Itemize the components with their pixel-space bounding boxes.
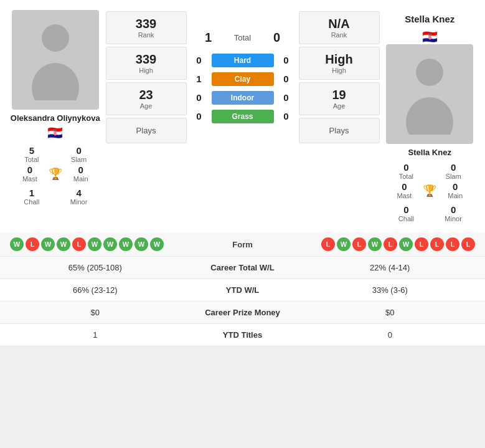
player1-name: Oleksandra Oliynykova [11, 113, 100, 123]
player1-minor: 4 [76, 188, 81, 198]
player2-card: Stella Knez 🇭🇷 Stella Knez 0 Total 0 Sla… [380, 10, 481, 222]
data-row-left-3: 1 [10, 330, 181, 340]
player2-mast: 0 [402, 181, 407, 192]
age-box-left: 23 Age [106, 82, 187, 115]
high-value-left: 339 [116, 52, 176, 67]
player2-slam-label: Slam [446, 173, 461, 180]
data-row-right-2: $0 [305, 308, 476, 317]
indoor-badge: Indoor [212, 91, 274, 105]
hard-right: 0 [279, 55, 294, 65]
court-section: 1 Total 0 0 Hard 0 1 Clay 0 0 Indoor 0 0 [187, 10, 299, 145]
total-row: 1 Total 0 [192, 31, 294, 45]
player1-trophy-icon: 🏆 [49, 167, 62, 181]
player2-chall: 0 [403, 204, 408, 215]
grass-badge: Grass [212, 110, 274, 123]
rank-label-right: Rank [309, 31, 369, 39]
form-badge-p1: W [150, 237, 164, 251]
player2-minor: 0 [451, 204, 456, 215]
player1-minor-label: Minor [70, 198, 88, 206]
age-box-right: 19 Age [299, 82, 380, 115]
svg-point-2 [416, 59, 443, 86]
total-label: Total [221, 33, 265, 42]
form-badge-p2: L [446, 237, 459, 251]
form-badge-p1: W [41, 237, 55, 251]
player2-name: Stella Knez [405, 14, 454, 24]
left-stats-column: 339 Rank 339 High 23 Age Plays [106, 10, 187, 145]
player2-stats: 0 Total 0 Slam [380, 162, 481, 180]
rank-label-left: Rank [116, 31, 176, 39]
player1-total-label: Total [24, 156, 39, 163]
form-badge-p1: W [57, 237, 70, 251]
hard-badge: Hard [212, 54, 274, 67]
form-badge-p1: W [134, 237, 148, 251]
rank-box-right: N/A Rank [299, 11, 380, 44]
player2-trophy-icon: 🏆 [423, 184, 436, 198]
player1-trophy-row: 0 Mast 🏆 0 Main [22, 164, 88, 183]
form-badge-p2: L [461, 237, 475, 251]
clay-right: 0 [279, 74, 294, 84]
high-box-right: High High [299, 47, 380, 80]
age-label-left: Age [116, 102, 176, 110]
right-stats-column: N/A Rank High High 19 Age Plays [299, 10, 380, 145]
stats-rows-container: 65% (205-108) Career Total W/L 22% (4-14… [0, 257, 485, 346]
player1-avatar [12, 10, 99, 110]
clay-row: 1 Clay 0 [192, 72, 294, 86]
grass-right: 0 [279, 111, 294, 122]
grass-left: 0 [192, 111, 207, 122]
player1-stats: 5 Total 0 Slam [5, 145, 106, 163]
svg-point-0 [42, 24, 69, 52]
player2-main-label: Main [448, 192, 463, 199]
plays-left: Plays [106, 118, 187, 143]
rank-value-left: 339 [116, 17, 176, 31]
form-badge-p2: L [321, 237, 335, 251]
clay-left: 1 [192, 74, 207, 84]
player1-flag: 🇭🇷 [47, 125, 63, 140]
indoor-left: 0 [192, 92, 207, 103]
total-right: 0 [270, 31, 285, 45]
form-badge-p2: L [415, 237, 428, 251]
form-label: Form [164, 240, 321, 249]
data-row-left-1: 66% (23-12) [10, 285, 181, 295]
player2-mast-label: Mast [397, 192, 412, 199]
data-row-right-0: 22% (4-14) [305, 263, 476, 272]
form-badge-p2: L [430, 237, 444, 251]
high-box-left: 339 High [106, 47, 187, 80]
rank-box-left: 339 Rank [106, 11, 187, 44]
player1-chall-label: Chall [24, 198, 39, 206]
form-badge-p2: L [352, 237, 366, 251]
player2-bottom-stats: 0 Chall 0 Minor [380, 204, 481, 222]
form-row: WLWWLWWWWW Form LWLWLWLLLL [0, 232, 485, 257]
form-badge-p2: W [337, 237, 351, 251]
player2-avatar [386, 44, 473, 144]
data-row-3: 1 YTD Titles 0 [0, 324, 485, 346]
player1-main-label: Main [73, 175, 88, 183]
clay-badge: Clay [212, 72, 274, 86]
player1-mast: 0 [27, 164, 32, 175]
hard-left: 0 [192, 55, 207, 65]
player1-total: 5 [29, 145, 34, 156]
player1-main: 0 [78, 164, 83, 175]
high-label-left: High [116, 67, 176, 74]
data-row-2: $0 Career Prize Money $0 [0, 302, 485, 324]
data-row-left-2: $0 [10, 308, 181, 317]
form-badge-p2: W [399, 237, 413, 251]
form-badge-p1: W [119, 237, 133, 251]
player2-main: 0 [453, 181, 458, 192]
age-value-left: 23 [116, 88, 176, 102]
player2-total: 0 [403, 162, 408, 173]
rank-value-right: N/A [309, 17, 369, 31]
player1-mast-label: Mast [22, 175, 37, 183]
high-label-right: High [309, 67, 369, 74]
player1-card: Oleksandra Oliynykova 🇭🇷 5 Total 0 Slam … [5, 10, 106, 206]
data-row-center-0: Career Total W/L [181, 263, 305, 272]
data-row-center-1: YTD W/L [181, 285, 305, 295]
data-row-center-2: Career Prize Money [181, 308, 305, 317]
player2-slam: 0 [451, 162, 456, 173]
player1-bottom-stats: 1 Chall 4 Minor [5, 188, 106, 206]
svg-point-3 [406, 97, 453, 135]
high-value-right: High [309, 52, 369, 67]
form-badge-p1: W [10, 237, 24, 251]
data-row-1: 66% (23-12) YTD W/L 33% (3-6) [0, 279, 485, 302]
data-row-left-0: 65% (205-108) [10, 263, 181, 272]
plays-right: Plays [299, 118, 380, 143]
